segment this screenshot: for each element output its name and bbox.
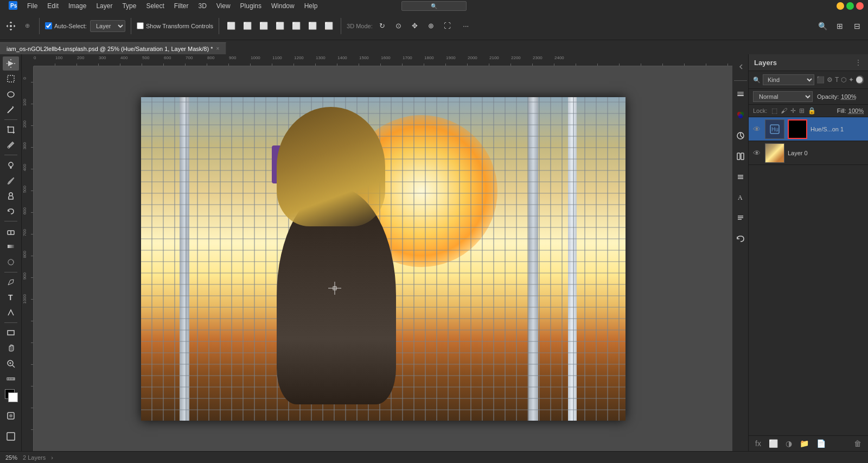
filter-toggle[interactable] bbox=[856, 75, 864, 84]
brush-tool[interactable] bbox=[3, 173, 19, 187]
align-left-icon[interactable]: ⬜ bbox=[225, 20, 238, 33]
text-tool[interactable]: T bbox=[3, 290, 19, 305]
show-transform-checkbox[interactable]: Show Transform Controls bbox=[137, 22, 213, 29]
auto-select-checkbox[interactable]: Auto-Select: bbox=[45, 22, 87, 29]
menu-view[interactable]: View bbox=[212, 1, 235, 11]
layer-visibility-hue-sat[interactable]: 👁 bbox=[752, 125, 762, 134]
menu-edit[interactable]: Edit bbox=[43, 1, 63, 11]
transform-icon[interactable]: ⊕ bbox=[21, 20, 34, 33]
menu-ps[interactable]: Ps bbox=[4, 0, 22, 12]
window-close[interactable] bbox=[856, 2, 864, 10]
filter-type-icon[interactable]: T bbox=[835, 76, 839, 84]
color-swatch[interactable] bbox=[3, 387, 19, 403]
document-tab[interactable]: iam_os-nGOL2lellb4-unsplash.psd @ 25% (H… bbox=[0, 42, 226, 54]
panel-icon-layers[interactable] bbox=[732, 86, 749, 103]
3d-roll-icon[interactable]: ⊙ bbox=[392, 20, 405, 33]
layer-delete-btn[interactable]: 🗑 bbox=[852, 438, 864, 449]
healing-tool[interactable] bbox=[3, 158, 19, 172]
lock-artboard-icon[interactable]: ⊞ bbox=[799, 107, 805, 115]
lock-position-icon[interactable]: ✛ bbox=[790, 107, 796, 115]
panel-icon-history[interactable] bbox=[732, 231, 749, 247]
photo-canvas[interactable]: 40 bbox=[141, 97, 626, 421]
auto-select-type[interactable]: Layer Group bbox=[90, 20, 125, 32]
menu-layer[interactable]: Layer bbox=[92, 1, 117, 11]
3d-rotate-icon[interactable]: ↻ bbox=[376, 20, 389, 33]
layers-panel-menu[interactable]: ⋮ bbox=[854, 58, 863, 67]
eyedropper-tool[interactable] bbox=[3, 138, 19, 152]
screen-mode-btn[interactable] bbox=[3, 428, 19, 445]
menu-type[interactable]: Type bbox=[118, 1, 141, 11]
filter-smart-icon[interactable]: ✦ bbox=[848, 76, 854, 84]
lock-pixels-icon[interactable]: 🖌 bbox=[781, 107, 787, 115]
3d-slide-icon[interactable]: ⊕ bbox=[425, 20, 438, 33]
path-selection-tool[interactable] bbox=[3, 306, 19, 320]
tab-close-icon[interactable]: × bbox=[216, 46, 219, 52]
align-right-icon[interactable]: ⬜ bbox=[257, 20, 270, 33]
lock-transparent-icon[interactable]: ⬚ bbox=[771, 107, 777, 115]
ruler-tool[interactable] bbox=[3, 372, 19, 386]
menu-image[interactable]: Image bbox=[64, 1, 91, 11]
rectangle-tool[interactable] bbox=[3, 326, 19, 340]
distribute-v-icon[interactable]: ⬜ bbox=[306, 20, 319, 33]
search-icon[interactable]: 🔍 bbox=[816, 20, 829, 33]
filter-type-select[interactable]: Kind Name Effect Mode Attribute Color Sm… bbox=[763, 74, 814, 85]
menu-file[interactable]: File bbox=[23, 1, 42, 11]
distribute-center-icon[interactable]: ⬜ bbox=[322, 20, 335, 33]
menu-search[interactable]: 🔍 bbox=[401, 1, 467, 11]
window-minimize[interactable] bbox=[837, 2, 844, 10]
panel-icon-properties[interactable] bbox=[732, 169, 749, 185]
window-maximize[interactable] bbox=[846, 2, 854, 10]
more-options-icon[interactable]: ··· bbox=[459, 20, 473, 33]
panel-icon-libraries[interactable] bbox=[732, 148, 749, 164]
menu-3d[interactable]: 3D bbox=[194, 1, 210, 11]
panel-icon-type[interactable]: A bbox=[732, 189, 749, 206]
zoom-tool[interactable] bbox=[3, 357, 19, 371]
arrange-icon[interactable]: ⊟ bbox=[851, 20, 864, 33]
move-tool-icon[interactable] bbox=[4, 20, 17, 33]
gradient-tool[interactable] bbox=[3, 239, 19, 253]
canvas-container[interactable]: 40 bbox=[34, 66, 732, 451]
clone-tool[interactable] bbox=[3, 189, 19, 203]
menu-window[interactable]: Window bbox=[267, 1, 299, 11]
opacity-value[interactable]: 100% bbox=[841, 93, 856, 100]
align-bottom-icon[interactable]: ⬜ bbox=[273, 20, 286, 33]
layer-new-btn[interactable]: 📄 bbox=[814, 438, 828, 449]
layer-group-btn[interactable]: 📁 bbox=[797, 438, 811, 449]
move-tool[interactable] bbox=[3, 56, 19, 71]
menu-plugins[interactable]: Plugins bbox=[236, 1, 266, 11]
marquee-tool[interactable] bbox=[3, 72, 19, 86]
fill-value[interactable]: 100% bbox=[848, 107, 864, 114]
layer-item-hue-sat[interactable]: 👁 Hu Hue/S...on 1 bbox=[749, 117, 868, 141]
panel-icon-paragraph[interactable] bbox=[732, 210, 749, 226]
blend-mode-select[interactable]: Normal Dissolve Multiply Screen Overlay … bbox=[753, 91, 813, 102]
eraser-tool[interactable] bbox=[3, 224, 19, 238]
layer-visibility-layer0[interactable]: 👁 bbox=[752, 149, 762, 157]
blur-tool[interactable] bbox=[3, 255, 19, 269]
layer-adjustment-btn[interactable]: ◑ bbox=[783, 438, 794, 449]
pen-tool[interactable] bbox=[3, 275, 19, 289]
distribute-h-icon[interactable]: ⬜ bbox=[290, 20, 303, 33]
menu-filter[interactable]: Filter bbox=[170, 1, 193, 11]
filter-pixel-icon[interactable]: ⬛ bbox=[816, 76, 825, 84]
align-center-h-icon[interactable]: ⬜ bbox=[241, 20, 254, 33]
layer-mask-btn[interactable]: ⬜ bbox=[767, 438, 780, 449]
3d-scale-icon[interactable]: ⛶ bbox=[441, 20, 454, 33]
filter-shape-icon[interactable]: ⬡ bbox=[841, 76, 846, 84]
lasso-tool[interactable] bbox=[3, 87, 19, 101]
history-brush-tool[interactable] bbox=[3, 204, 19, 218]
panel-icon-adjustments[interactable] bbox=[732, 128, 749, 144]
collapse-panels-btn[interactable] bbox=[732, 59, 749, 75]
magic-wand-tool[interactable] bbox=[3, 103, 19, 117]
menu-select[interactable]: Select bbox=[142, 1, 168, 11]
workspace-icon[interactable]: ⊞ bbox=[833, 20, 846, 33]
quick-mask-btn[interactable] bbox=[3, 408, 19, 424]
menu-help[interactable]: Help bbox=[300, 1, 322, 11]
layer-fx-btn[interactable]: fx bbox=[753, 438, 763, 449]
filter-adjustment-icon[interactable]: ⚙ bbox=[827, 76, 833, 84]
hand-tool[interactable] bbox=[3, 341, 19, 355]
layer-item-layer0[interactable]: 👁 Layer 0 bbox=[749, 141, 868, 165]
3d-pan-icon[interactable]: ✥ bbox=[409, 20, 422, 33]
lock-all-icon[interactable]: 🔒 bbox=[808, 107, 816, 115]
panel-icon-channels[interactable] bbox=[732, 107, 749, 123]
crop-tool[interactable] bbox=[3, 123, 19, 137]
